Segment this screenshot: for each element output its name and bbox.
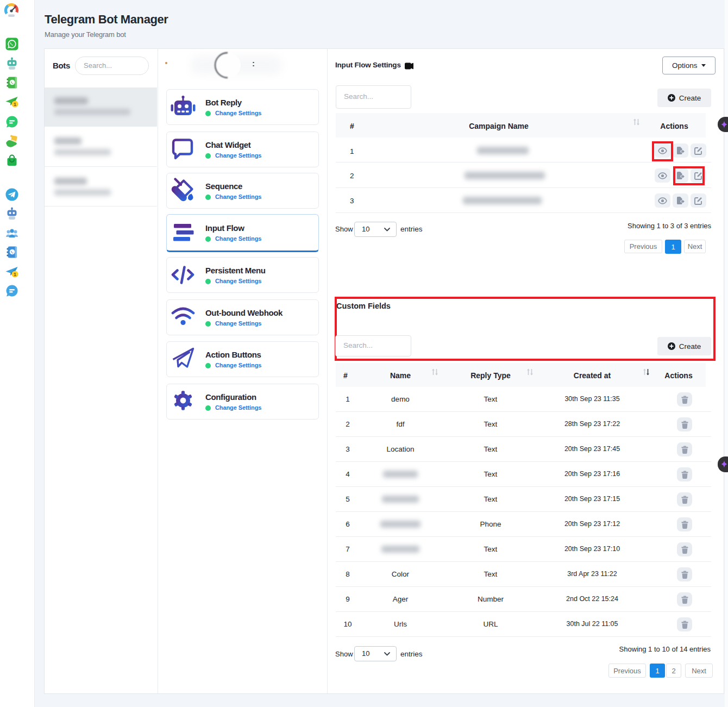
svg-text:1: 1 <box>14 102 16 107</box>
svg-text:1: 1 <box>14 272 16 277</box>
